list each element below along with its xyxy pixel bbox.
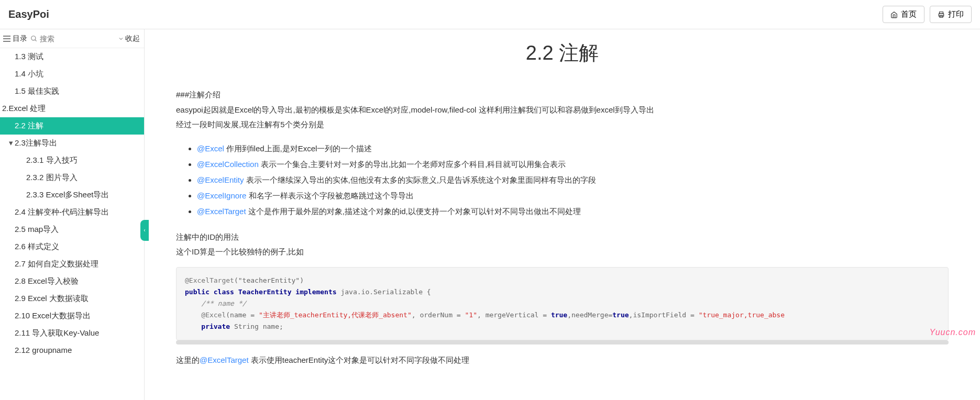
toc-item[interactable]: 1.4 小坑 (0, 65, 144, 83)
code-string: "主讲老师_teacherEntity,代课老师_absent" (259, 311, 412, 319)
code-string: "1" (465, 311, 477, 319)
home-button[interactable]: 首页 (883, 6, 924, 23)
toc-item-label: 2.11 导入获取Key-Value (15, 328, 99, 337)
footer-link[interactable]: @ExcelTarget (200, 355, 249, 364)
code-scrollbar[interactable] (176, 340, 949, 345)
code-keyword: private (185, 323, 234, 330)
toc-item[interactable]: 2.Excel 处理 (0, 100, 144, 117)
code-text: , orderNum = (412, 311, 465, 319)
toc-item-label: 2.3.2 图片导入 (26, 173, 78, 182)
toc-item[interactable]: 2.3.2 图片导入 (0, 169, 144, 186)
toc-item-label: 2.9 Excel 大数据读取 (15, 294, 89, 303)
intro-heading: ###注解介绍 (176, 87, 949, 103)
code-text: ,isImportField = (629, 311, 699, 319)
code-annotation: @Excel (185, 311, 226, 319)
code-keyword: implements (292, 288, 341, 296)
code-text: (name = (226, 311, 259, 319)
toc-item[interactable]: 2.4 注解变种-代码注解导出 (0, 204, 144, 221)
toc-item-label: 2.7 如何自定义数据处理 (15, 259, 98, 268)
list-item-text: 作用到filed上面,是对Excel一列的一个描述 (224, 144, 372, 153)
toc-item-label: 2.3注解导出 (15, 138, 57, 147)
svg-line-7 (35, 39, 37, 41)
list-item-text: 表示一个集合,主要针对一对多的导出,比如一个老师对应多个科目,科目就可以用集合表… (259, 160, 566, 169)
code-keyword: true (551, 311, 567, 319)
code-text: String name; (234, 323, 283, 330)
toc-item-label: 2.10 Excel大数据导出 (15, 311, 91, 320)
footer-paragraph: 这里的@ExcelTarget 表示使用teacherEntity这个对象是可以… (176, 353, 949, 368)
toc-item-label: 1.3 测试 (15, 52, 43, 61)
toc-item-label: 2.3.3 Excel多Sheet导出 (26, 190, 109, 199)
sidebar: 目录 收起 1.3 测试1.4 小坑1.5 最佳实践2.Excel 处理2.2 … (0, 29, 145, 400)
toc-item[interactable]: 2.11 导入获取Key-Value (0, 325, 144, 342)
list-item-text: 表示一个继续深入导出的实体,但他没有太多的实际意义,只是告诉系统这个对象里面同样… (244, 175, 596, 184)
toc-item-label: 2.12 groupname (15, 346, 72, 354)
toc-item[interactable]: 2.6 样式定义 (0, 238, 144, 255)
code-annotation: @ExcelTarget (185, 276, 234, 284)
svg-point-6 (31, 36, 36, 40)
search-input[interactable] (40, 35, 92, 43)
toc-item-label: 2.Excel 处理 (2, 104, 46, 113)
toc-item[interactable]: ▾2.3注解导出 (0, 135, 144, 152)
chevron-down-icon (118, 36, 124, 42)
id-usage-p1: 注解中的ID的用法 (176, 230, 949, 245)
toc-item[interactable]: 2.5 map导入 (0, 221, 144, 238)
toc-item[interactable]: 1.5 最佳实践 (0, 83, 144, 100)
code-text: java.io.Serializable { (340, 288, 431, 296)
menu-icon (3, 36, 10, 42)
annotation-link[interactable]: @ExcelTarget (197, 207, 246, 216)
home-icon (890, 11, 898, 18)
code-keyword: true (612, 311, 629, 319)
directory-toggle[interactable]: 目录 (0, 34, 30, 43)
sidebar-toolbar: 目录 收起 (0, 29, 144, 48)
toc-item-label: 2.6 样式定义 (15, 242, 59, 251)
list-item: @ExcelEntity 表示一个继续深入导出的实体,但他没有太多的实际意义,只… (197, 172, 949, 188)
footer-text-pre: 这里的 (176, 355, 200, 364)
annotation-link[interactable]: @ExcelEntity (197, 175, 244, 184)
list-item-text: 这个是作用于最外层的对象,描述这个对象的id,以便支持一个对象可以针对不同导出做… (246, 207, 581, 216)
sidebar-collapse-handle[interactable] (140, 220, 149, 241)
list-item: @ExcelTarget 这个是作用于最外层的对象,描述这个对象的id,以便支持… (197, 204, 949, 219)
logo: EasyPoi (8, 8, 49, 20)
home-label: 首页 (901, 9, 917, 19)
code-keyword: public class (185, 288, 238, 296)
layout: 目录 收起 1.3 测试1.4 小坑1.5 最佳实践2.Excel 处理2.2 … (0, 29, 980, 400)
code-comment: /** name */ (185, 299, 246, 307)
annotation-link[interactable]: @Excel (197, 144, 224, 153)
code-class: TeacherEntity (238, 288, 292, 296)
print-button[interactable]: 打印 (930, 6, 972, 23)
toc-item[interactable]: 2.12 groupname (0, 342, 144, 358)
toc-item-label: 1.5 最佳实践 (15, 86, 59, 95)
toc-item[interactable]: 2.2 注解 (0, 117, 144, 135)
toc-item[interactable]: 2.10 Excel大数据导出 (0, 307, 144, 325)
toc-item-label: 1.4 小坑 (15, 69, 43, 78)
header: EasyPoi 首页 打印 (0, 0, 980, 29)
list-item-text: 和名字一样表示这个字段被忽略跳过这个导导出 (246, 191, 413, 200)
intro-p2: 经过一段时间发展,现在注解有5个类分别是 (176, 117, 949, 132)
toc-item-label: 2.5 map导入 (15, 225, 59, 234)
id-usage-p2: 这个ID算是一个比较独特的例子,比如 (176, 245, 949, 260)
list-item: @ExcelIgnore 和名字一样表示这个字段被忽略跳过这个导导出 (197, 188, 949, 204)
toc-item-label: 2.3.1 导入技巧 (26, 155, 78, 164)
code-block: @ExcelTarget("teacherEntity") public cla… (176, 267, 949, 340)
annotation-link[interactable]: @ExcelCollection (197, 160, 259, 169)
collapse-label: 收起 (125, 34, 140, 43)
code-text: ("teacherEntity") (234, 276, 304, 284)
search-icon (30, 35, 38, 42)
annotation-link[interactable]: @ExcelIgnore (197, 191, 246, 200)
toc-item-label: 2.2 注解 (15, 121, 43, 130)
caret-icon: ▾ (7, 138, 15, 148)
toc-item[interactable]: 2.9 Excel 大数据读取 (0, 290, 144, 307)
toc-item[interactable]: 2.8 Excel导入校验 (0, 273, 144, 290)
main-content: 2.2 注解 ###注解介绍 easypoi起因就是Excel的导入导出,最初的… (145, 29, 980, 400)
annotation-list: @Excel 作用到filed上面,是对Excel一列的一个描述@ExcelCo… (197, 141, 949, 219)
code-text: , mergeVertical = (477, 311, 551, 319)
toc-item[interactable]: 2.3.3 Excel多Sheet导出 (0, 186, 144, 204)
content: ###注解介绍 easypoi起因就是Excel的导入导出,最初的模板是实体和E… (176, 87, 949, 368)
watermark: Yuucn.com (930, 328, 976, 337)
search-wrap (30, 35, 118, 43)
toc-item[interactable]: 2.3.1 导入技巧 (0, 152, 144, 169)
collapse-toggle[interactable]: 收起 (118, 34, 144, 43)
toc-item[interactable]: 1.3 测试 (0, 48, 144, 65)
toc-item[interactable]: 2.7 如何自定义数据处理 (0, 255, 144, 273)
directory-label: 目录 (13, 34, 27, 43)
